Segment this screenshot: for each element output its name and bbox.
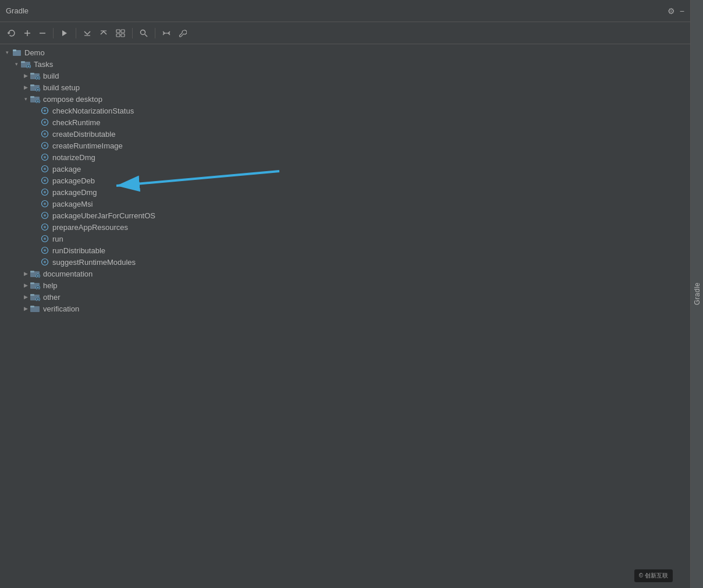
task-gear-icon-9 bbox=[40, 199, 50, 208]
svg-rect-5 bbox=[116, 30, 120, 33]
task-run[interactable]: run bbox=[0, 233, 690, 245]
package-label: package bbox=[52, 165, 81, 173]
compose-desktop-folder-icon bbox=[30, 94, 41, 104]
arrow-compose-desktop[interactable]: ▾ bbox=[21, 96, 30, 102]
minimize-icon[interactable]: − bbox=[680, 6, 684, 16]
add-button[interactable] bbox=[21, 28, 34, 38]
title-bar: Gradle ⚙ − bbox=[0, 0, 690, 22]
documentation-folder-icon bbox=[30, 269, 41, 278]
task-gear-icon-8 bbox=[40, 187, 50, 197]
task-gear-icon-7 bbox=[40, 176, 50, 185]
build-folder-icon bbox=[30, 71, 41, 80]
separator-1 bbox=[53, 28, 54, 38]
tree-documentation[interactable]: ▶ documentation bbox=[0, 268, 690, 279]
task-gear-icon-4 bbox=[40, 141, 50, 150]
svg-point-61 bbox=[44, 214, 46, 217]
svg-rect-77 bbox=[30, 282, 34, 284]
svg-rect-33 bbox=[30, 96, 34, 98]
svg-rect-7 bbox=[116, 34, 120, 37]
task-package-deb[interactable]: packageDeb bbox=[0, 175, 690, 186]
task-check-notarization[interactable]: checkNotarizationStatus bbox=[0, 105, 690, 116]
build-setup-folder-icon bbox=[30, 83, 41, 92]
task-prepare-app-resources[interactable]: prepareAppResources bbox=[0, 221, 690, 233]
notarize-dmg-label: notarizeDmg bbox=[52, 153, 95, 162]
package-dmg-label: packageDmg bbox=[52, 188, 97, 197]
svg-point-55 bbox=[44, 179, 46, 182]
arrow-build-setup[interactable]: ▶ bbox=[21, 84, 30, 90]
build-setup-label: build setup bbox=[43, 83, 80, 92]
task-gear-icon-3 bbox=[40, 129, 50, 139]
task-create-runtime-image[interactable]: createRuntimeImage bbox=[0, 140, 690, 151]
expand-all-button[interactable] bbox=[80, 27, 94, 39]
gradle-side-tab-label: Gradle bbox=[693, 282, 701, 305]
collapse-all-button[interactable] bbox=[97, 27, 111, 39]
arrow-documentation[interactable]: ▶ bbox=[21, 271, 30, 277]
tree-verification[interactable]: ▶ verification bbox=[0, 303, 690, 314]
search-button[interactable] bbox=[137, 27, 151, 39]
package-msi-label: packageMsi bbox=[52, 200, 93, 208]
watermark: © 创新互联 bbox=[634, 569, 673, 582]
svg-rect-6 bbox=[121, 30, 125, 33]
svg-point-63 bbox=[44, 226, 46, 228]
tree-tasks[interactable]: ▾ Tasks bbox=[0, 58, 690, 70]
check-runtime-label: checkRuntime bbox=[52, 118, 100, 127]
tree-other[interactable]: ▶ other bbox=[0, 291, 690, 303]
task-create-distributable[interactable]: createDistributable bbox=[0, 128, 690, 140]
task-package[interactable]: package bbox=[0, 163, 690, 175]
panel-wrapper: ▾ Demo ▾ bbox=[0, 44, 690, 588]
package-deb-label: packageDeb bbox=[52, 176, 95, 185]
demo-project-icon bbox=[12, 48, 22, 57]
refresh-button[interactable] bbox=[5, 27, 19, 39]
arrow-other[interactable]: ▶ bbox=[21, 294, 30, 300]
task-suggest-runtime-modules[interactable]: suggestRuntimeModules bbox=[0, 256, 690, 268]
tree-build[interactable]: ▶ build bbox=[0, 70, 690, 82]
settings-icon[interactable]: ⚙ bbox=[668, 6, 675, 16]
task-gear-icon-2 bbox=[40, 118, 50, 127]
check-notarization-label: checkNotarizationStatus bbox=[52, 107, 134, 115]
remove-button[interactable] bbox=[36, 28, 49, 38]
task-gear-icon-10 bbox=[40, 211, 50, 220]
svg-point-47 bbox=[44, 133, 46, 135]
task-run-distributable[interactable]: runDistributable bbox=[0, 245, 690, 256]
build-label: build bbox=[43, 72, 59, 80]
wrench-button[interactable] bbox=[176, 27, 190, 39]
watermark-text: © 创新互联 bbox=[639, 572, 668, 579]
group-button[interactable] bbox=[113, 27, 128, 39]
task-package-uber-jar[interactable]: packageUberJarForCurrentOS bbox=[0, 210, 690, 221]
arrow-tasks[interactable]: ▾ bbox=[12, 61, 21, 67]
create-runtime-image-label: createRuntimeImage bbox=[52, 141, 123, 150]
create-distributable-label: createDistributable bbox=[52, 130, 115, 139]
tree-build-setup[interactable]: ▶ build setup bbox=[0, 82, 690, 93]
svg-point-65 bbox=[44, 238, 46, 240]
arrow-verification[interactable]: ▶ bbox=[21, 306, 30, 311]
tree-help[interactable]: ▶ help bbox=[0, 279, 690, 291]
task-gear-icon-6 bbox=[40, 164, 50, 173]
help-label: help bbox=[43, 281, 58, 290]
svg-rect-27 bbox=[30, 84, 34, 86]
tree-root-demo[interactable]: ▾ Demo bbox=[0, 47, 690, 58]
arrow-demo[interactable]: ▾ bbox=[2, 49, 12, 55]
svg-rect-71 bbox=[30, 271, 34, 272]
task-gear-icon-11 bbox=[40, 222, 50, 232]
verification-folder-icon bbox=[30, 304, 41, 313]
run-button[interactable] bbox=[58, 27, 72, 39]
tasks-label: Tasks bbox=[34, 60, 53, 69]
task-notarize-dmg[interactable]: notarizeDmg bbox=[0, 151, 690, 163]
gradle-side-tab[interactable]: Gradle bbox=[690, 0, 703, 588]
tree-container[interactable]: ▾ Demo ▾ bbox=[0, 44, 690, 588]
documentation-label: documentation bbox=[43, 270, 93, 278]
svg-rect-13 bbox=[13, 49, 16, 51]
svg-rect-83 bbox=[30, 294, 34, 296]
task-package-msi[interactable]: packageMsi bbox=[0, 198, 690, 210]
arrow-help[interactable]: ▶ bbox=[21, 282, 30, 288]
tree-compose-desktop[interactable]: ▾ compose desktop bbox=[0, 93, 690, 105]
run-label: run bbox=[52, 235, 63, 243]
task-check-runtime[interactable]: checkRuntime bbox=[0, 116, 690, 128]
toggle-button[interactable] bbox=[159, 27, 173, 39]
task-package-dmg[interactable]: packageDmg bbox=[0, 186, 690, 198]
svg-point-67 bbox=[44, 249, 46, 252]
task-gear-icon-13 bbox=[40, 246, 50, 255]
task-gear-icon-5 bbox=[40, 153, 50, 162]
other-folder-icon bbox=[30, 292, 41, 302]
arrow-build[interactable]: ▶ bbox=[21, 73, 30, 79]
